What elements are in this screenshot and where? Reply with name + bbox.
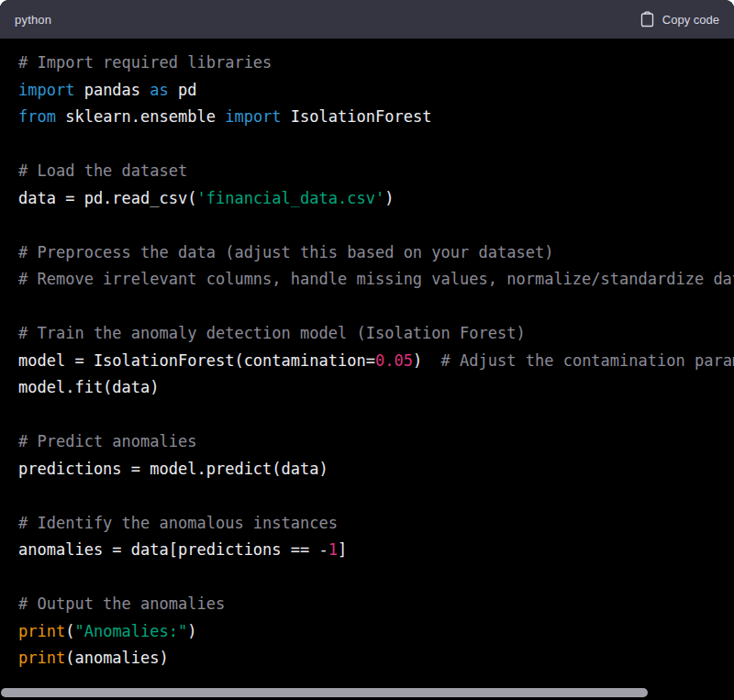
code-line: from sklearn.ensemble import IsolationFo…: [18, 104, 734, 131]
code-line: [18, 483, 734, 510]
code-line: # Train the anomaly detection model (Iso…: [18, 320, 734, 348]
code-line: # Predict anomalies: [18, 428, 734, 456]
code-line: import pandas as pd: [18, 77, 734, 105]
code-line: print(anomalies): [18, 645, 734, 672]
copy-code-label: Copy code: [662, 13, 719, 27]
language-label: python: [15, 13, 51, 27]
code-line: [18, 212, 734, 239]
code-line: # Output the anomalies: [18, 591, 734, 618]
code-line: # Remove irrelevant columns, handle miss…: [18, 266, 734, 294]
code-line: # Preprocess the data (adjust this based…: [18, 239, 734, 267]
code-line: # Identify the anomalous instances: [18, 510, 734, 538]
code-line: # Import required libraries: [18, 50, 734, 77]
code-lines: # Import required librariesimport pandas…: [18, 50, 734, 672]
code-line: anomalies = data[predictions == -1]: [18, 537, 734, 564]
code-line: predictions = model.predict(data): [18, 456, 734, 483]
horizontal-scrollbar[interactable]: [0, 686, 734, 700]
code-line: [18, 294, 734, 321]
code-line: [18, 564, 734, 592]
code-area[interactable]: # Import required librariesimport pandas…: [0, 39, 734, 700]
copy-code-button[interactable]: Copy code: [640, 11, 719, 28]
code-line: model.fit(data): [18, 374, 734, 402]
code-header: python Copy code: [0, 0, 734, 39]
scrollbar-thumb[interactable]: [1, 688, 648, 697]
code-line: [18, 131, 734, 159]
code-block: python Copy code # Import required libra…: [0, 0, 734, 700]
code-line: [18, 402, 734, 429]
code-line: # Load the dataset: [18, 158, 734, 185]
code-line: data = pd.read_csv('financial_data.csv'): [18, 185, 734, 213]
code-line: print("Anomalies:"): [18, 618, 734, 646]
code-line: model = IsolationForest(contamination=0.…: [18, 348, 734, 375]
clipboard-icon: [640, 11, 654, 28]
